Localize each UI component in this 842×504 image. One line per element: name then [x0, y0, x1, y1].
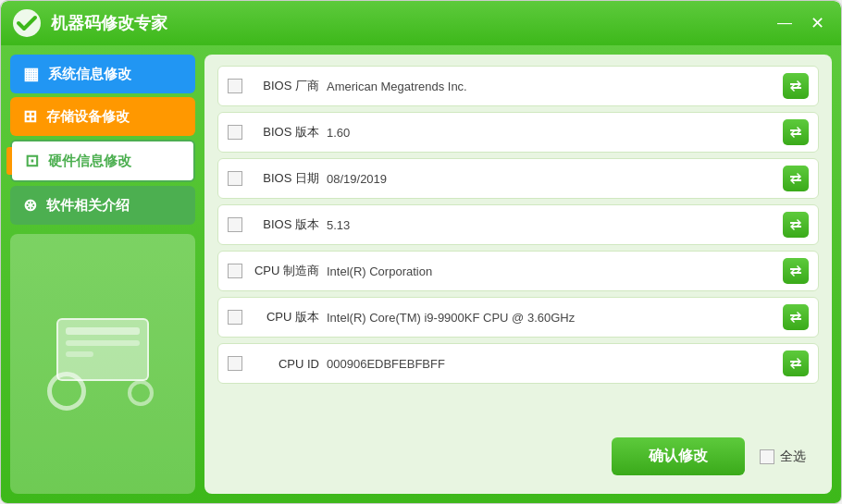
shuffle-button[interactable] [783, 258, 809, 284]
right-panel: BIOS 厂商 BIOS 版本 BIOS 日期 BIOS 版本 CPU 制造商 … [204, 55, 832, 494]
sidebar-item-storage[interactable]: ⊞ 存储设备修改 [10, 97, 195, 136]
field-input[interactable] [327, 172, 775, 186]
window-controls: — ✕ [772, 13, 830, 33]
select-all-checkbox[interactable] [760, 449, 774, 464]
table-row: CPU ID [217, 343, 819, 384]
select-all-label: 全选 [780, 449, 806, 465]
shuffle-button[interactable] [783, 212, 809, 238]
field-input[interactable] [327, 311, 775, 325]
table-row: BIOS 版本 [217, 112, 819, 153]
main-content: ▦ 系统信息修改 ⊞ 存储设备修改 ⊡ 硬件信息修改 ⊛ 软件相关介绍 [1, 45, 841, 503]
system-icon: ▦ [23, 64, 39, 84]
app-title: 机器码修改专家 [51, 12, 772, 34]
field-checkbox[interactable] [228, 310, 242, 325]
app-logo-icon [12, 8, 42, 38]
hardware-icon: ⊡ [25, 151, 39, 171]
sidebar-item-system[interactable]: ▦ 系统信息修改 [10, 55, 195, 93]
field-label: BIOS 厂商 [250, 78, 319, 94]
sidebar-item-hardware-label: 硬件信息修改 [48, 153, 131, 170]
select-all-wrap: 全选 [760, 449, 806, 465]
field-input[interactable] [327, 126, 775, 140]
table-row: CPU 版本 [217, 297, 819, 338]
shuffle-button[interactable] [783, 166, 809, 191]
field-input[interactable] [327, 264, 775, 278]
field-label: CPU 版本 [250, 309, 319, 326]
field-label: BIOS 版本 [250, 216, 319, 233]
table-row: BIOS 厂商 [217, 66, 819, 106]
field-checkbox[interactable] [228, 125, 242, 140]
sidebar-item-system-label: 系统信息修改 [48, 66, 131, 83]
sidebar-item-software[interactable]: ⊛ 软件相关介绍 [10, 186, 195, 225]
storage-icon: ⊞ [23, 106, 37, 127]
field-checkbox[interactable] [228, 171, 242, 186]
shuffle-button[interactable] [783, 304, 809, 330]
bottom-bar: 确认修改 全选 [217, 430, 819, 483]
field-label: BIOS 版本 [250, 124, 319, 141]
shuffle-button[interactable] [783, 119, 809, 145]
field-label: BIOS 日期 [250, 170, 319, 187]
minimize-button[interactable]: — [772, 13, 798, 33]
title-bar: 机器码修改专家 — ✕ [1, 1, 841, 45]
sidebar-item-hardware[interactable]: ⊡ 硬件信息修改 [10, 140, 195, 182]
field-label: CPU ID [250, 357, 319, 371]
sidebar-item-storage-label: 存储设备修改 [46, 108, 130, 126]
field-checkbox[interactable] [228, 217, 242, 232]
field-label: CPU 制造商 [250, 263, 319, 279]
main-window: 机器码修改专家 — ✕ ▦ 系统信息修改 ⊞ 存储设备修改 ⊡ 硬件信息修改 ⊛… [0, 0, 842, 504]
fields-container: BIOS 厂商 BIOS 版本 BIOS 日期 BIOS 版本 CPU 制造商 … [217, 66, 819, 421]
sidebar: ▦ 系统信息修改 ⊞ 存储设备修改 ⊡ 硬件信息修改 ⊛ 软件相关介绍 [10, 55, 195, 494]
software-icon: ⊛ [23, 195, 37, 215]
field-input[interactable] [327, 357, 775, 371]
field-checkbox[interactable] [228, 356, 242, 371]
shuffle-button[interactable] [783, 73, 809, 99]
confirm-button[interactable]: 确认修改 [612, 437, 745, 475]
table-row: BIOS 版本 [217, 204, 819, 245]
field-input[interactable] [327, 80, 775, 93]
table-row: CPU 制造商 [217, 251, 819, 291]
close-button[interactable]: ✕ [805, 13, 830, 33]
shuffle-button[interactable] [783, 350, 809, 376]
field-checkbox[interactable] [228, 79, 242, 93]
table-row: BIOS 日期 [217, 158, 819, 199]
field-checkbox[interactable] [228, 264, 242, 278]
preview-box [10, 234, 195, 494]
sidebar-item-software-label: 软件相关介绍 [46, 197, 130, 215]
field-input[interactable] [327, 218, 775, 232]
